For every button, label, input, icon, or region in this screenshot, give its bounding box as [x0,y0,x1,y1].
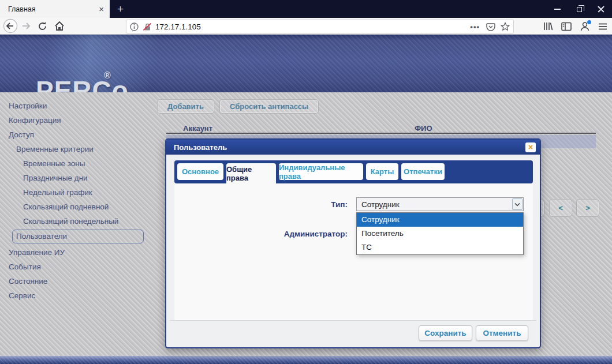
save-button[interactable]: Сохранить [419,325,472,341]
type-dropdown-list: Сотрудник Посетитель ТС [356,212,524,255]
restore-button[interactable] [568,0,590,18]
column-header-account: Аккаунт [183,124,212,133]
page-footer-band [0,356,612,364]
sidebar-item-settings[interactable]: Настройки [0,99,153,113]
user-dialog: Пользователь × Основное Общие права Инди… [165,138,541,348]
forward-button[interactable] [21,21,32,31]
sidebar-toggle-icon[interactable] [561,22,572,31]
pocket-icon[interactable] [483,22,498,31]
back-button[interactable] [3,18,18,33]
sidebar-item-status[interactable]: Состояние [0,274,153,288]
tab-cards[interactable]: Карты [366,163,398,180]
browser-tab-active[interactable]: Главная × [0,0,110,18]
close-window-button[interactable] [590,0,612,18]
tab-common-rights[interactable]: Общие права [226,163,276,183]
dialog-title: Пользователь [174,143,227,152]
account-badge [587,20,591,24]
sidebar-item-configuration[interactable]: Конфигурация [0,113,153,127]
dialog-footer-divider [170,320,536,321]
reload-button[interactable] [38,21,47,31]
sidebar-item-users[interactable]: Пользователи [0,228,153,245]
insecure-lock-icon[interactable] [143,22,152,31]
pagination-next-button[interactable]: > [576,199,599,217]
sidebar-item-sliding-weekly[interactable]: Скользящий понедельный [0,214,153,228]
sidebar: Настройки Конфигурация Доступ Временные … [0,92,153,303]
dialog-tabs: Основное Общие права Индивидуальные прав… [174,160,533,183]
sidebar-item-time-zones[interactable]: Временные зоны [0,156,153,171]
dropdown-option-employee[interactable]: Сотрудник [357,213,523,227]
tab-individual-rights[interactable]: Индивидуальные права [279,163,363,180]
tab-general[interactable]: Основное [177,163,223,180]
restore-icon [577,7,582,12]
tab-close-icon[interactable]: × [99,5,104,13]
menu-icon[interactable] [598,22,607,31]
sidebar-item-time-criteria[interactable]: Временные критерии [0,142,153,156]
registered-mark: ® [104,70,111,81]
tab-fingerprints[interactable]: Отпечатки [401,163,445,180]
perco-header: PERCo ® [0,35,612,92]
url-input[interactable] [155,22,467,31]
add-user-button[interactable]: Добавить [157,99,214,114]
sidebar-item-sliding-daily[interactable]: Скользящий подневной [0,200,153,214]
sidebar-item-service[interactable]: Сервис [0,288,153,303]
dropdown-option-visitor[interactable]: Посетитель [357,227,523,241]
dialog-titlebar: Пользователь × [166,140,540,155]
reset-antipass-button[interactable]: Сбросить антипассы [219,99,319,114]
sidebar-item-events[interactable]: События [0,260,153,274]
browser-tab-title: Главная [8,5,36,13]
sidebar-item-device-control[interactable]: Управление ИУ [0,245,153,260]
select-arrow-button[interactable] [512,198,523,210]
page-actions-icon[interactable]: ••• [467,22,483,31]
browser-toolbar: ••• [0,18,612,35]
type-label: Тип: [174,200,348,209]
administrator-label: Администратор: [174,230,348,238]
pagination-prev-button[interactable]: < [549,199,572,217]
browser-tab-bar: Главная × + [0,0,612,18]
sidebar-item-weekly-schedule[interactable]: Недельный график [0,185,153,200]
close-window-icon [598,6,604,13]
library-icon[interactable] [543,21,553,31]
home-button[interactable] [54,21,65,31]
sidebar-item-users-label: Пользователи [12,230,144,243]
sidebar-item-holidays[interactable]: Праздничные дни [0,171,153,185]
bookmark-star-icon[interactable] [498,22,510,31]
minimize-button[interactable] [546,0,568,18]
cancel-button[interactable]: Отменить [476,325,528,341]
minimize-icon [554,9,561,10]
table-header-divider [166,133,596,134]
new-tab-button[interactable]: + [110,0,131,18]
page-body: Настройки Конфигурация Доступ Временные … [0,92,612,356]
dialog-close-button[interactable]: × [525,142,536,152]
page-info-icon[interactable] [130,22,139,31]
dropdown-option-vehicle[interactable]: ТС [357,241,523,254]
type-select-value: Сотрудник [357,200,512,209]
sidebar-item-access[interactable]: Доступ [0,127,153,142]
content-toolbar: Добавить Сбросить антипассы [157,99,319,114]
url-bar[interactable]: ••• [126,20,514,33]
toolbar-right-icons [543,18,607,35]
column-header-fio: ФИО [415,124,432,133]
screen: Главная × + [0,0,612,364]
account-icon[interactable] [580,21,590,32]
type-select[interactable]: Сотрудник [356,197,524,211]
window-controls [546,0,612,18]
